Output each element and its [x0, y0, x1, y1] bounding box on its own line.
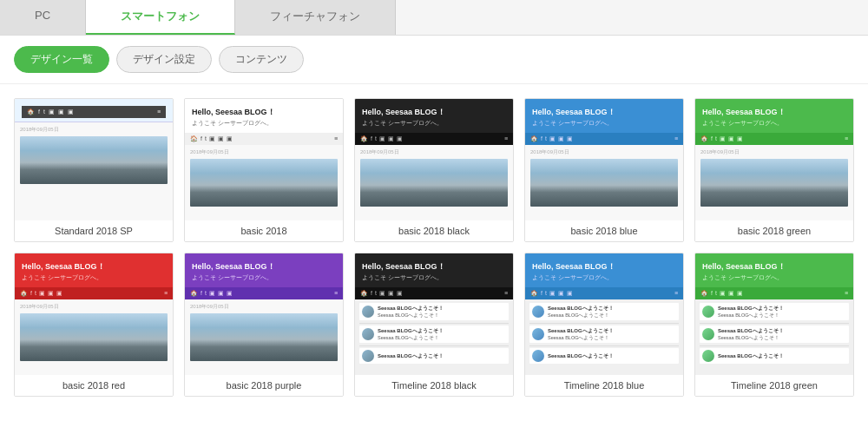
theme-card-basic2018blue[interactable]: Hello, Seesaa BLOG！ようこそ シーサーブログへ。 🏠ft▣▣▣… [524, 98, 684, 242]
theme-name-basic2018black: basic 2018 black [355, 220, 513, 241]
theme-card-timeline2018green[interactable]: Hello, Seesaa BLOG！ようこそ シーサーブログへ。 🏠ft▣▣▣… [694, 253, 854, 397]
theme-card-timeline2018blue[interactable]: Hello, Seesaa BLOG！ようこそ シーサーブログへ。 🏠ft▣▣▣… [524, 253, 684, 397]
theme-grid: 🏠ft▣▣▣≡ 2018年09月05日 Standard 2018 SP Hel… [0, 84, 868, 411]
tab-pc[interactable]: PC [0, 0, 86, 35]
theme-card-basic2018black[interactable]: Hello, Seesaa BLOG！ようこそ シーサーブログへ。 🏠ft▣▣▣… [354, 98, 514, 242]
theme-card-timeline2018black[interactable]: Hello, Seesaa BLOG！ようこそ シーサーブログへ。 🏠ft▣▣▣… [354, 253, 514, 397]
design-settings-button[interactable]: デザイン設定 [116, 46, 212, 73]
theme-name-timeline2018blue: Timeline 2018 blue [525, 375, 683, 396]
theme-name-basic2018blue: basic 2018 blue [525, 220, 683, 241]
theme-card-basic2018green[interactable]: Hello, Seesaa BLOG！ようこそ シーサーブログへ。 🏠ft▣▣▣… [694, 98, 854, 242]
theme-name-timeline2018black: Timeline 2018 black [355, 375, 513, 396]
design-list-button[interactable]: デザイン一覧 [14, 46, 109, 73]
theme-name-basic2018red: basic 2018 red [15, 375, 173, 396]
theme-name-basic2018green: basic 2018 green [695, 220, 853, 241]
tab-bar: PC スマートフォン フィーチャフォン [0, 0, 868, 36]
theme-card-basic2018red[interactable]: Hello, Seesaa BLOG！ようこそ シーサーブログへ。 🏠ft▣▣▣… [14, 253, 174, 397]
theme-name-basic2018: basic 2018 [185, 220, 343, 241]
theme-card-basic2018[interactable]: Hello, Seesaa BLOG！ようこそ シーサーブログへ。 🏠ft▣▣▣… [184, 98, 344, 242]
theme-card-standard2018sp[interactable]: 🏠ft▣▣▣≡ 2018年09月05日 Standard 2018 SP [14, 98, 174, 242]
tab-smartphone[interactable]: スマートフォン [86, 0, 235, 35]
tab-feature[interactable]: フィーチャフォン [235, 0, 396, 35]
theme-name-basic2018purple: basic 2018 purple [185, 375, 343, 396]
sub-nav: デザイン一覧 デザイン設定 コンテンツ [0, 36, 868, 84]
theme-name-standard2018sp: Standard 2018 SP [15, 220, 173, 241]
theme-name-timeline2018green: Timeline 2018 green [695, 375, 853, 396]
content-button[interactable]: コンテンツ [219, 46, 304, 73]
theme-card-basic2018purple[interactable]: Hello, Seesaa BLOG！ようこそ シーサーブログへ。 🏠ft▣▣▣… [184, 253, 344, 397]
